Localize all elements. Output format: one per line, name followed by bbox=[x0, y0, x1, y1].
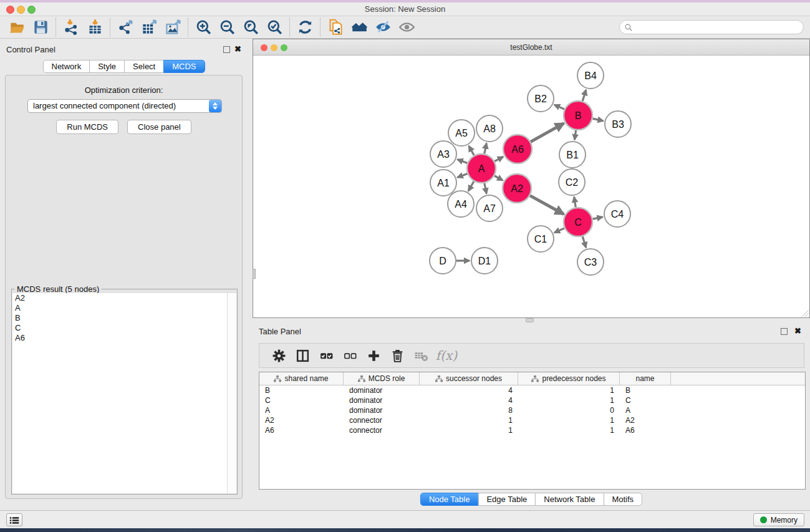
graph-node-C1[interactable]: C1 bbox=[528, 226, 554, 252]
mcds-result-list[interactable]: A2ABCA6 bbox=[12, 293, 227, 493]
edge-A-A7[interactable] bbox=[485, 183, 486, 194]
table-close-panel-icon[interactable]: ✖ bbox=[794, 327, 801, 336]
edge-A-A5[interactable] bbox=[469, 146, 475, 155]
tab-motifs[interactable]: Motifs bbox=[603, 493, 642, 506]
graph-node-B3[interactable]: B3 bbox=[605, 111, 631, 137]
export-image-button[interactable] bbox=[161, 18, 185, 37]
new-network-from-selection-button[interactable] bbox=[324, 18, 347, 37]
delete-column-button[interactable] bbox=[385, 346, 409, 365]
column-header-successor-nodes[interactable]: successor nodes bbox=[420, 372, 518, 385]
edge-A-A1[interactable] bbox=[457, 173, 467, 177]
edge-A-A8[interactable] bbox=[485, 143, 486, 154]
open-session-button[interactable] bbox=[5, 18, 29, 37]
first-neighbors-button[interactable] bbox=[347, 18, 371, 37]
graph-node-D[interactable]: D bbox=[430, 248, 456, 274]
edge-C-C2[interactable] bbox=[574, 197, 576, 208]
column-header-MCDS-role[interactable]: MCDS role bbox=[344, 372, 420, 385]
graph-node-A3[interactable]: A3 bbox=[430, 141, 456, 167]
close-panel-button[interactable]: Close panel bbox=[127, 120, 191, 134]
edge-B-B3[interactable] bbox=[592, 118, 603, 121]
graph-node-B[interactable]: B bbox=[564, 101, 592, 130]
edge-A2-C[interactable] bbox=[530, 196, 564, 215]
graph-node-A6[interactable]: A6 bbox=[503, 135, 532, 163]
edge-B-B4[interactable] bbox=[582, 90, 586, 101]
refresh-layout-button[interactable] bbox=[293, 18, 317, 37]
edge-A-A2[interactable] bbox=[494, 176, 503, 181]
graph-node-B1[interactable]: B1 bbox=[559, 142, 586, 168]
panel-grab-handle[interactable] bbox=[253, 269, 256, 279]
network-graph[interactable]: B4B2BB3A8A5A6A3B1AC2A1A2A4A7C4CC1DD1C3 bbox=[254, 56, 809, 317]
settings-button[interactable] bbox=[267, 346, 291, 365]
mcds-result-scrollbar[interactable] bbox=[227, 293, 236, 493]
edge-B-B1[interactable] bbox=[574, 130, 576, 140]
criterion-select[interactable]: largest connected component (directed) bbox=[27, 99, 222, 113]
show-panels-button[interactable] bbox=[6, 513, 22, 526]
tab-node-table[interactable]: Node Table bbox=[420, 493, 479, 506]
run-mcds-button[interactable]: Run MCDS bbox=[56, 120, 118, 134]
column-header-name[interactable]: name bbox=[620, 372, 671, 385]
tab-mcds[interactable]: MCDS bbox=[163, 60, 205, 73]
graph-node-C2[interactable]: C2 bbox=[559, 169, 585, 195]
tab-style[interactable]: Style bbox=[89, 60, 125, 73]
mcds-result-item[interactable]: A bbox=[12, 303, 227, 313]
table-row[interactable]: Cdominator41C bbox=[259, 395, 805, 405]
graph-node-C3[interactable]: C3 bbox=[577, 249, 604, 275]
edge-A6-B[interactable] bbox=[531, 123, 564, 142]
mcds-result-item[interactable]: B bbox=[12, 313, 227, 323]
close-panel-icon[interactable]: ✖ bbox=[234, 45, 241, 54]
graph-node-A4[interactable]: A4 bbox=[448, 191, 474, 217]
table-row[interactable]: A6connector11A6 bbox=[259, 425, 805, 435]
search-input[interactable] bbox=[633, 22, 803, 33]
zoom-out-button[interactable] bbox=[215, 18, 239, 37]
column-header-shared-name[interactable]: shared name bbox=[259, 372, 344, 385]
import-table-button[interactable] bbox=[83, 18, 107, 37]
network-canvas[interactable]: B4B2BB3A8A5A6A3B1AC2A1A2A4A7C4CC1DD1C3 bbox=[254, 56, 809, 317]
tab-network[interactable]: Network bbox=[42, 60, 90, 73]
edge-C-C1[interactable] bbox=[554, 228, 564, 233]
tab-network-table[interactable]: Network Table bbox=[535, 493, 604, 506]
mcds-result-item[interactable]: A6 bbox=[12, 333, 227, 343]
edge-C-C4[interactable] bbox=[593, 217, 603, 219]
deselect-all-button[interactable] bbox=[338, 346, 362, 365]
graph-node-B2[interactable]: B2 bbox=[528, 85, 554, 112]
graph-node-A[interactable]: A bbox=[467, 154, 496, 183]
zoom-selected-button[interactable] bbox=[263, 18, 286, 37]
edge-A-A4[interactable] bbox=[468, 181, 474, 191]
search-field[interactable] bbox=[619, 20, 804, 34]
save-session-button[interactable] bbox=[29, 18, 52, 37]
table-float-panel-icon[interactable] bbox=[781, 328, 788, 335]
add-column-button[interactable] bbox=[362, 346, 385, 365]
graph-node-A1[interactable]: A1 bbox=[430, 170, 456, 196]
import-network-button[interactable] bbox=[59, 18, 83, 37]
graph-node-A8[interactable]: A8 bbox=[476, 115, 503, 142]
graph-node-D1[interactable]: D1 bbox=[471, 248, 498, 274]
zoom-fit-button[interactable] bbox=[239, 18, 263, 37]
table-row[interactable]: Bdominator41B bbox=[259, 385, 805, 395]
tab-edge-table[interactable]: Edge Table bbox=[478, 493, 536, 506]
resize-grip-icon[interactable] bbox=[801, 309, 809, 317]
memory-button[interactable]: Memory bbox=[753, 513, 804, 526]
export-network-button[interactable] bbox=[113, 18, 137, 37]
graph-node-A2[interactable]: A2 bbox=[503, 174, 531, 203]
select-all-button[interactable] bbox=[314, 346, 338, 365]
float-panel-icon[interactable] bbox=[223, 46, 230, 53]
graph-node-C4[interactable]: C4 bbox=[604, 201, 630, 227]
edge-A-A3[interactable] bbox=[457, 159, 467, 163]
graph-node-C[interactable]: C bbox=[564, 208, 592, 236]
edge-A-A6[interactable] bbox=[494, 157, 503, 161]
table-row[interactable]: Adominator80A bbox=[259, 405, 805, 415]
graph-node-A7[interactable]: A7 bbox=[476, 195, 503, 221]
show-all-button[interactable] bbox=[395, 18, 418, 37]
graph-node-A5[interactable]: A5 bbox=[448, 120, 475, 146]
column-header-predecessor-nodes[interactable]: predecessor nodes bbox=[518, 372, 620, 385]
edge-B-B2[interactable] bbox=[554, 105, 564, 109]
hide-selected-button[interactable] bbox=[371, 18, 395, 37]
edge-C-C3[interactable] bbox=[582, 236, 586, 248]
network-window-titlebar[interactable]: testGlobe.txt bbox=[253, 39, 809, 56]
mcds-result-item[interactable]: C bbox=[12, 323, 227, 333]
tab-select[interactable]: Select bbox=[124, 60, 164, 73]
graph-node-B4[interactable]: B4 bbox=[577, 62, 604, 89]
export-table-button[interactable] bbox=[137, 18, 161, 37]
column-view-button[interactable] bbox=[291, 346, 314, 365]
table-row[interactable]: A2connector11A2 bbox=[259, 415, 805, 425]
